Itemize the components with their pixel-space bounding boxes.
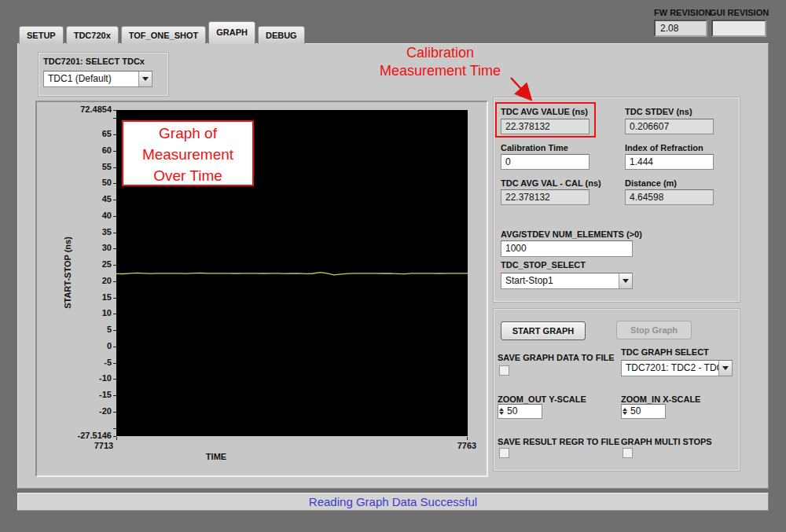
tab-strip: SETUPTDC720xTOF_ONE_SHOTGRAPHDEBUG [19,21,305,44]
x-max-label: 7763 [445,441,489,450]
y-tick-label: 20 [46,276,112,285]
save-regr-label: SAVE RESULT REGR TO FILE [498,437,619,446]
status-text: Reading Graph Data Successful [309,495,477,508]
y-tick-label: 5 [46,325,112,334]
y-tick-label: 55 [46,162,112,171]
x-tick-mark [467,437,468,440]
tdc-avg-label: TDC AVG VALUE (ns) [501,107,588,116]
y-tick-label: -10 [46,373,112,383]
index-refraction-input[interactable]: 1.444 [625,154,714,170]
spinner-icon[interactable] [623,408,629,415]
y-tick-label: -5 [46,358,112,367]
index-refraction-label: Index of Refraction [625,143,703,152]
stop-select-value: Start-Stop1 [501,273,619,288]
fw-revision-field: 2.08 [654,20,707,37]
tab-debug[interactable]: DEBUG [258,26,305,44]
y-tick-label: 35 [46,227,112,237]
zoom-in-value: 50 [630,405,641,418]
save-graph-label: SAVE GRAPH DATA TO FILE [498,353,615,362]
graph-note-line2: Measurement [123,144,252,165]
zoom-out-input[interactable]: 50 [498,404,542,419]
stop-select-dropdown[interactable]: Start-Stop1 [501,273,633,289]
fw-revision-label: FW REVISION [654,8,711,17]
y-tick-label: 30 [46,243,112,252]
select-tdc-dropdown-button[interactable] [138,72,152,86]
y-tick-label: 65 [46,129,112,138]
y-tick-label: 15 [46,292,112,302]
distance-label: Distance (m) [625,178,677,188]
y-tick-label: 40 [46,211,112,220]
stop-select-dropdown-button[interactable] [619,273,632,288]
x-axis-title: TIME [189,452,244,461]
y-tick-label: 45 [46,194,112,204]
tab-tdc720x[interactable]: TDC720x [66,26,119,44]
y-tick-label: 72.4854 [46,105,112,114]
calibration-time-input[interactable]: 0 [501,154,590,170]
tab-tof_one_shot[interactable]: TOF_ONE_SHOT [121,26,206,44]
num-elements-label: AVG/STDEV NUM_ELEMENTS (>0) [501,229,642,239]
graph-select-value: TDC7201: TDC2 - TDC1 [622,361,718,376]
y-tick-label: -15 [46,390,112,399]
y-tick-label: 60 [46,145,112,155]
tdc-stdev-field: 0.206607 [625,119,714,134]
graph-note-annotation: Graph of Measurement Over Time [122,120,254,186]
zoom-out-label: ZOOM_OUT Y-SCALE [498,394,586,404]
stop-select-label: TDC_STOP_SELECT [501,260,586,270]
y-tick-label: 0 [46,341,112,350]
zoom-in-label: ZOOM_IN X-SCALE [621,394,700,404]
tab-graph[interactable]: GRAPH [208,21,255,44]
graph-select-label: TDC GRAPH SELECT [621,347,709,357]
chevron-down-icon [623,279,629,283]
gui-revision-field [711,20,766,37]
graph-note-line3: Over Time [123,165,252,186]
multi-stops-checkbox[interactable] [623,448,633,458]
status-bar: Reading Graph Data Successful [17,493,769,511]
stop-graph-button: Stop Graph [616,321,692,339]
select-tdc-dropdown[interactable]: TDC1 (Default) [43,71,152,87]
x-min-label: 7713 [82,441,126,450]
graph-select-dropdown-button[interactable] [718,361,732,376]
zoom-out-value: 50 [507,405,517,418]
y-tick-label: 25 [46,259,112,269]
avg-minus-cal-field: 22.378132 [501,189,590,205]
x-tick-mark [116,437,117,440]
graph-select-dropdown[interactable]: TDC7201: TDC2 - TDC1 [621,360,733,376]
save-regr-checkbox[interactable] [499,448,509,458]
y-tick-label: -20 [46,406,112,416]
application-window: { "window": { "frame_color": "#6f6f6f", … [0,0,786,532]
graph-note-line1: Graph of [123,123,252,144]
save-graph-checkbox[interactable] [499,365,509,376]
distance-field: 4.64598 [625,189,714,205]
select-tdc-label: TDC7201: SELECT TDCx [43,57,145,66]
tdc-avg-field: 22.378132 [501,119,590,134]
calibration-annotation-line2: Measurement Time [338,63,542,79]
chevron-down-icon [722,366,729,370]
y-tick-label: 50 [46,178,112,187]
calibration-time-label: Calibration Time [501,143,568,152]
select-tdc-value: TDC1 (Default) [44,72,138,86]
gui-revision-label: GUI REVISION [710,8,769,17]
spinner-icon[interactable] [499,408,505,415]
measurement-trace [116,273,468,275]
calibration-annotation-line1: Calibration [338,45,542,61]
y-tick-label: 10 [46,308,112,317]
avg-minus-cal-label: TDC AVG VAL - CAL (ns) [501,178,601,188]
zoom-in-input[interactable]: 50 [621,404,666,419]
multi-stops-label: GRAPH MULTI STOPS [621,437,712,446]
tab-setup[interactable]: SETUP [19,26,64,44]
y-tick-label: -27.5146 [46,431,112,440]
tdc-stdev-label: TDC STDEV (ns) [625,107,692,116]
start-graph-button[interactable]: START GRAPH [501,321,586,340]
num-elements-input[interactable]: 1000 [501,240,633,257]
chevron-down-icon [142,77,149,81]
